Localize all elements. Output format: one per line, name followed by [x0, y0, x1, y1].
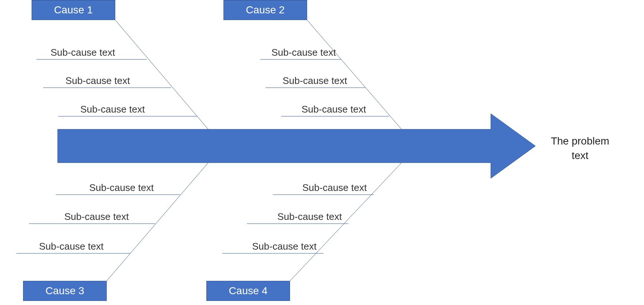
cause-box-1: Cause 1: [32, 0, 115, 20]
cause-1-subcause-3: Sub-cause text: [80, 104, 145, 115]
cause-1-subcause-2: Sub-cause text: [65, 75, 130, 87]
cause-2-subcause-1: Sub-cause text: [271, 47, 336, 58]
cause-1-label: Cause 1: [54, 4, 93, 16]
cause-2-label: Cause 2: [246, 4, 284, 16]
cause-3-subcause-1: Sub-cause text: [89, 182, 154, 194]
cause-4-subcause-2: Sub-cause text: [277, 211, 342, 223]
cause-2-subcause-3: Sub-cause text: [302, 104, 366, 115]
cause-box-4: Cause 4: [206, 281, 290, 301]
cause-1-subcause-1: Sub-cause text: [51, 47, 115, 58]
cause-3-subcause-3: Sub-cause text: [39, 241, 103, 252]
cause-2-subcause-2: Sub-cause text: [283, 75, 347, 87]
cause-4-label: Cause 4: [229, 285, 267, 297]
cause-3-label: Cause 3: [45, 285, 84, 297]
fishbone-diagram: Cause 1 Cause 2 Cause 3 Cause 4 Sub-caus…: [0, 0, 644, 305]
problem-label: The problemtext: [543, 134, 617, 163]
cause-4-subcause-1: Sub-cause text: [302, 182, 367, 194]
svg-marker-0: [58, 114, 535, 178]
cause-box-2: Cause 2: [223, 0, 307, 20]
spine-arrow: [58, 114, 535, 178]
cause-4-subcause-3: Sub-cause text: [252, 241, 316, 252]
cause-3-subcause-2: Sub-cause text: [64, 211, 129, 223]
cause-box-3: Cause 3: [23, 281, 107, 301]
